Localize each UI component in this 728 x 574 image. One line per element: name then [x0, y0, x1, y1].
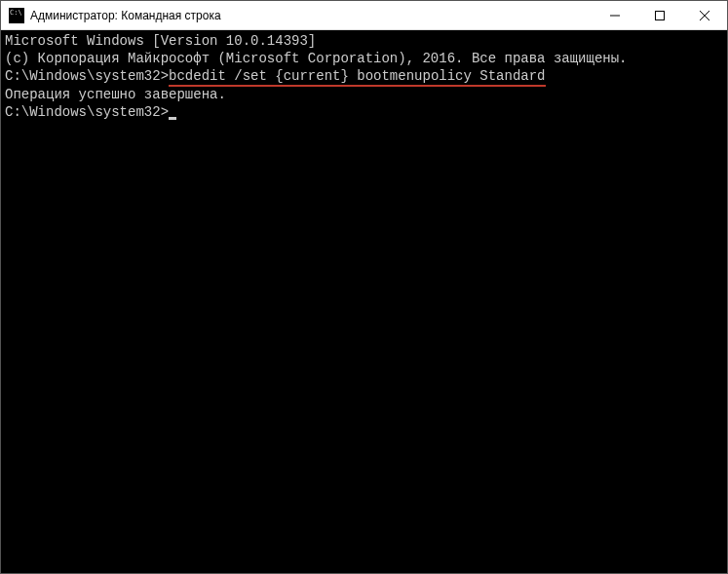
terminal-command-line: C:\Windows\system32>bcdedit /set {curren… [5, 67, 723, 85]
titlebar[interactable]: Администратор: Командная строка [1, 1, 727, 30]
svg-rect-1 [656, 11, 665, 19]
maximize-button[interactable] [637, 1, 682, 29]
minimize-button[interactable] [593, 1, 637, 29]
cursor-icon [169, 117, 176, 120]
terminal-line-version: Microsoft Windows [Version 10.0.14393] [5, 32, 723, 50]
prompt-prefix: C:\Windows\system32> [5, 68, 169, 84]
window-title: Администратор: Командная строка [30, 9, 593, 22]
close-button[interactable] [682, 1, 727, 29]
command-prompt-window: Администратор: Командная строка Microsof… [0, 0, 728, 574]
entered-command: bcdedit /set {current} bootmenupolicy St… [169, 68, 545, 87]
terminal-content[interactable]: Microsoft Windows [Version 10.0.14393](c… [1, 30, 727, 573]
cmd-icon [9, 8, 24, 23]
terminal-prompt-active: C:\Windows\system32> [5, 103, 723, 121]
prompt-prefix: C:\Windows\system32> [5, 104, 169, 120]
terminal-line-copyright: (c) Корпорация Майкрософт (Microsoft Cor… [5, 50, 723, 67]
window-controls [593, 1, 727, 29]
terminal-result: Операция успешно завершена. [5, 86, 723, 103]
